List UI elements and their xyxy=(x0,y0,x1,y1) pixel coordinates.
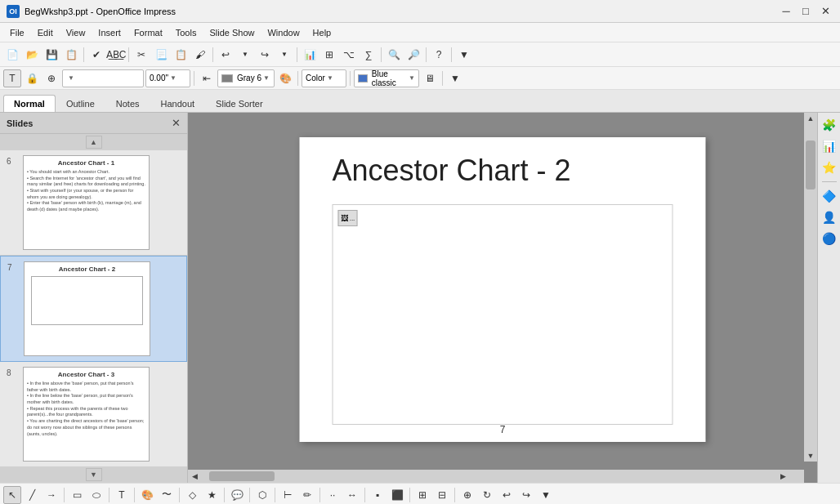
3d-button[interactable]: ⬛ xyxy=(388,486,406,504)
undo-dropdown-button[interactable]: ▼ xyxy=(236,46,254,64)
menu-item-view[interactable]: View xyxy=(60,26,92,39)
menu-item-help[interactable]: Help xyxy=(306,26,338,39)
right-panel-chart-button[interactable]: 📊 xyxy=(820,137,838,155)
color-name-dropdown[interactable]: Gray 6▼ xyxy=(217,69,275,87)
help-button[interactable]: ? xyxy=(430,46,448,64)
points-edit-button[interactable]: ·∙ xyxy=(324,486,342,504)
maximize-button[interactable]: □ xyxy=(798,3,814,20)
scroll-right-arrow[interactable]: ▶ xyxy=(776,471,789,482)
ellipse-tool-button[interactable]: ⬭ xyxy=(87,486,105,504)
ungroup-button[interactable]: ⊟ xyxy=(433,486,451,504)
canvas-horizontal-scrollbar[interactable]: ◀ ▶ xyxy=(188,470,804,483)
paste-button[interactable]: 📋 xyxy=(172,46,190,64)
gradient-tool-button[interactable]: 🎨 xyxy=(138,486,156,504)
menu-item-insert[interactable]: Insert xyxy=(92,26,127,39)
copy-button[interactable]: 📃 xyxy=(152,46,170,64)
scroll-left-arrow[interactable]: ◀ xyxy=(188,471,201,482)
scroll-thumb-horizontal[interactable] xyxy=(209,471,275,481)
drawing-more-button[interactable]: ▼ xyxy=(537,486,555,504)
tab-notes[interactable]: Notes xyxy=(105,95,150,112)
right-panel-person-button[interactable]: 👤 xyxy=(820,208,838,226)
menu-item-file[interactable]: File xyxy=(3,26,31,39)
rect-tool-button[interactable]: ▭ xyxy=(68,486,86,504)
slides-scroll-down-button[interactable]: ▼ xyxy=(86,468,102,481)
color-picker-button[interactable]: 🎨 xyxy=(276,69,294,87)
display-view-button[interactable]: 🖥 xyxy=(421,69,439,87)
callout-tool-button[interactable]: 💬 xyxy=(228,486,246,504)
close-button[interactable]: ✕ xyxy=(817,3,833,20)
line-color-dropdown[interactable]: Blue classic▼ xyxy=(354,69,419,87)
line-tool-button[interactable]: ╱ xyxy=(23,486,41,504)
minimize-button[interactable]: ─ xyxy=(778,3,794,20)
decrease-indent-button[interactable]: ⇤ xyxy=(198,69,216,87)
arrow-tool-button[interactable]: → xyxy=(42,486,60,504)
insert-vba-button[interactable]: ⌥ xyxy=(340,46,358,64)
insert-chart-button[interactable]: 📊 xyxy=(301,46,319,64)
new-button[interactable]: 📄 xyxy=(3,46,21,64)
canvas-vertical-scrollbar[interactable]: ▲ ▼ xyxy=(804,113,817,462)
tab-slide-sorter[interactable]: Slide Sorter xyxy=(205,95,273,112)
scroll-down-arrow[interactable]: ▼ xyxy=(804,450,817,462)
menu-item-slide-show[interactable]: Slide Show xyxy=(203,26,261,39)
toolbar2-more-button[interactable]: ▼ xyxy=(446,69,464,87)
freehand-tool-button[interactable]: ✏ xyxy=(298,486,316,504)
star-tool-button[interactable]: ★ xyxy=(203,486,221,504)
separator-5 xyxy=(381,47,382,62)
insert-formula-button[interactable]: ∑ xyxy=(360,46,378,64)
text-tool-button[interactable]: T xyxy=(113,486,131,504)
zoom-in-button[interactable]: 🔍 xyxy=(385,46,403,64)
slide-item-8[interactable]: 8Ancestor Chart - 3• In the line above t… xyxy=(0,362,187,466)
slides-scroll-up-button[interactable]: ▲ xyxy=(86,136,102,149)
menu-item-edit[interactable]: Edit xyxy=(31,26,60,39)
save-button[interactable]: 💾 xyxy=(42,46,60,64)
scroll-up-arrow[interactable]: ▲ xyxy=(804,113,817,124)
spell-auto-button[interactable]: A͟B͟C xyxy=(107,46,125,64)
more-button[interactable]: ▼ xyxy=(455,46,473,64)
redo-draw-button[interactable]: ↪ xyxy=(517,486,535,504)
slides-scroll-area[interactable]: 6Ancestor Chart - 1• You should start wi… xyxy=(0,150,187,466)
format-paint-button[interactable]: 🖌 xyxy=(191,46,209,64)
shadow-button[interactable]: ▪ xyxy=(369,486,386,504)
tab-handout[interactable]: Handout xyxy=(150,95,206,112)
undo-button[interactable]: ↩ xyxy=(217,46,235,64)
save-as-button[interactable]: 📋 xyxy=(62,46,80,64)
slides-panel-close-button[interactable]: ✕ xyxy=(172,117,181,129)
bezier-tool-button[interactable]: 〜 xyxy=(158,486,176,504)
cut-button[interactable]: ✂ xyxy=(132,46,150,64)
menu-item-window[interactable]: Window xyxy=(261,26,306,39)
arrange-button[interactable]: ⊕ xyxy=(458,486,476,504)
text-mode-button[interactable]: T xyxy=(3,69,21,87)
tab-outline[interactable]: Outline xyxy=(56,95,105,112)
menu-item-tools[interactable]: Tools xyxy=(169,26,203,39)
points-button[interactable]: ⊕ xyxy=(42,69,60,87)
redo-button[interactable]: ↪ xyxy=(256,46,274,64)
transform-button[interactable]: ↔ xyxy=(343,486,361,504)
fill-color-dropdown[interactable]: Color▼ xyxy=(302,69,346,87)
spell-check-button[interactable]: ✔ xyxy=(87,46,105,64)
font-name-dropdown[interactable]: ▼ xyxy=(62,69,144,87)
insert-table-button[interactable]: ⊞ xyxy=(320,46,338,64)
zoom-out-button[interactable]: 🔎 xyxy=(404,46,422,64)
right-panel-circle-button[interactable]: 🔵 xyxy=(820,230,838,248)
separator-11 xyxy=(442,71,443,86)
right-panel-star-button[interactable]: ⭐ xyxy=(820,158,838,176)
connector-tool-button[interactable]: ⊢ xyxy=(279,486,297,504)
rotate-button[interactable]: ↻ xyxy=(478,486,496,504)
open-button[interactable]: 📂 xyxy=(23,46,41,64)
redo-dropdown-button[interactable]: ▼ xyxy=(275,46,293,64)
scroll-thumb-vertical[interactable] xyxy=(806,140,815,190)
select-tool-button[interactable]: ↖ xyxy=(3,486,21,504)
tab-normal[interactable]: Normal xyxy=(3,95,56,112)
slide-item-6[interactable]: 6Ancestor Chart - 1• You should start wi… xyxy=(0,150,187,256)
group-button[interactable]: ⊞ xyxy=(413,486,431,504)
font-size-input[interactable]: 0.00"▼ xyxy=(145,69,190,87)
separator-3 xyxy=(212,47,213,62)
right-panel-gallery-button[interactable]: 🧩 xyxy=(820,116,838,134)
flowchart-tool-button[interactable]: ⬡ xyxy=(253,486,271,504)
menu-item-format[interactable]: Format xyxy=(127,26,169,39)
lock-button[interactable]: 🔒 xyxy=(23,69,41,87)
slide-item-7[interactable]: 7Ancestor Chart - 2 xyxy=(0,256,187,362)
right-panel-shape-button[interactable]: 🔷 xyxy=(820,187,838,205)
shapes-tool-button[interactable]: ◇ xyxy=(183,486,201,504)
undo-draw-button[interactable]: ↩ xyxy=(498,486,516,504)
